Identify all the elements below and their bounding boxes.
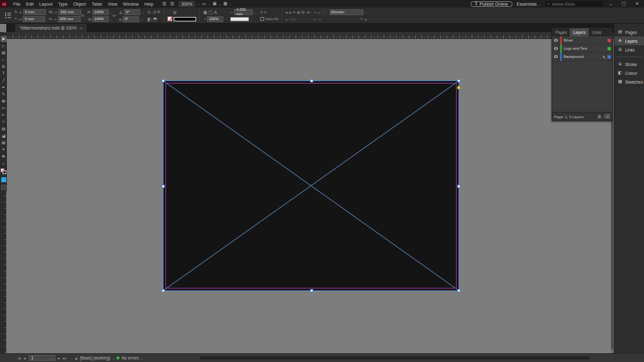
fill-swatch-none[interactable] — [167, 16, 172, 21]
fit-frame-icon[interactable]: ▣ — [203, 9, 208, 15]
zoom-dropdown-icon[interactable]: ⌄ — [197, 2, 200, 6]
stroke-style-icon[interactable]: ≡ — [260, 9, 263, 15]
selection-handle-middle-left[interactable] — [162, 185, 165, 188]
flip-horizontal-icon[interactable]: ◧ — [148, 16, 152, 22]
x-stepper[interactable]: ▴▾ — [19, 11, 22, 13]
gradient-dropdown-icon[interactable]: ⌄ — [250, 17, 253, 21]
document-tab[interactable]: *Silbermonstranz.indd @ 200% ✕ — [15, 24, 87, 32]
menu-item[interactable]: Type — [58, 2, 67, 6]
stock-search-box[interactable]: ⌕ — [545, 1, 603, 7]
selection-handle-bottom-right[interactable] — [457, 289, 460, 292]
menu-item[interactable]: Edit — [26, 2, 33, 6]
align-top-icon[interactable]: ≣ — [297, 9, 301, 15]
panel-tab[interactable]: Pages — [552, 28, 570, 36]
layer-selection-square[interactable] — [608, 47, 611, 50]
window-restore-button[interactable]: ▢ — [619, 1, 629, 6]
selection-handle-bottom-center[interactable] — [310, 289, 313, 292]
layer-row[interactable]: Background ✎ — [552, 53, 612, 61]
direct-selection-tool[interactable]: ▷ — [1, 43, 7, 49]
line-tool[interactable]: ╱ — [1, 77, 7, 84]
distribute-h-space-icon[interactable]: ⫤ — [314, 9, 317, 15]
document-grid-icon[interactable]: ▥ — [170, 1, 175, 6]
layer-selection-square[interactable] — [608, 39, 611, 42]
screen-mode-dropdown-icon[interactable]: ⌄ — [219, 2, 221, 6]
wrap-none-icon[interactable]: ⫦ — [314, 16, 316, 22]
view-options-dropdown-icon[interactable]: ⌄ — [208, 2, 211, 6]
selection-handle-top-right[interactable] — [457, 79, 460, 82]
gradient-swatch[interactable] — [230, 17, 249, 21]
visibility-toggle[interactable] — [552, 36, 558, 45]
align-center-icon[interactable]: ⫸ — [289, 9, 292, 15]
object-style-dropdown-icon[interactable]: ⌄ — [365, 10, 367, 14]
rectangle-tool[interactable]: ▭ — [1, 105, 7, 111]
fit-content-icon[interactable]: ▢ — [209, 9, 213, 15]
page-tool[interactable]: ▤ — [1, 50, 7, 56]
next-page-button[interactable]: ▸ — [58, 356, 60, 360]
type-tool[interactable]: T — [1, 70, 7, 77]
rotation-field[interactable]: 0° — [124, 9, 140, 15]
zoom-tool[interactable]: ⌕ — [1, 160, 7, 167]
layer-selection-square[interactable] — [608, 55, 611, 58]
menu-item[interactable]: Object — [74, 2, 86, 6]
menu-item[interactable]: File — [13, 2, 20, 6]
scale-y-field[interactable]: 100% — [92, 16, 109, 22]
stroke-type-icon[interactable]: ≡ — [264, 9, 267, 15]
menu-item[interactable]: Table — [92, 2, 103, 6]
style-edit-icon[interactable]: ✎ — [360, 16, 364, 22]
window-minimize-button[interactable]: – — [608, 2, 615, 6]
delete-layer-icon[interactable]: ⌫ — [604, 114, 610, 119]
selection-handle-top-center[interactable] — [310, 79, 313, 82]
gap-tool[interactable]: ↔ — [1, 57, 7, 63]
y-position-field[interactable]: 0 mm — [23, 16, 45, 22]
first-page-button[interactable]: |◂ — [18, 356, 21, 360]
screen-mode-button[interactable] — [1, 185, 6, 190]
y-stepper[interactable]: ▴▾ — [19, 18, 21, 20]
dock-panel-button[interactable]: ◧ Colour — [614, 69, 644, 77]
eyedropper-tool[interactable]: ✦ — [1, 146, 7, 153]
free-transform-tool[interactable]: ⊹ — [1, 119, 7, 125]
preflight-profile[interactable]: [Basic] (working) — [80, 356, 110, 360]
workspace-switcher[interactable]: Essentials ⌄ — [517, 2, 541, 6]
arrange-documents-icon[interactable]: ▦ — [223, 1, 228, 6]
dock-panel-button[interactable]: ≣ Stroke — [614, 60, 644, 69]
distribute-center-icon[interactable]: ⫤ — [289, 16, 292, 22]
fill-swatch[interactable] — [1, 168, 4, 172]
selection-handle-top-left[interactable] — [162, 79, 165, 82]
gradient-feather-tool[interactable]: ◪ — [1, 133, 7, 139]
wrap-bounding-icon[interactable]: ⫤ — [318, 16, 321, 22]
corner-dropdown-icon[interactable]: ⌄ — [254, 10, 257, 14]
scissors-tool[interactable]: ✂ — [1, 112, 7, 118]
h-stepper[interactable]: ▴▾ — [54, 18, 57, 20]
preflight-dropdown-icon[interactable]: ⌄ — [112, 356, 114, 360]
flip-vertical-icon[interactable]: ⬒ — [153, 16, 157, 22]
scale-x-field[interactable]: 100% — [92, 9, 109, 15]
select-container-icon[interactable]: ⬚ — [167, 9, 172, 15]
horizontal-scrollbar[interactable] — [200, 356, 590, 359]
layer-row[interactable]: Logo and Text ✎ — [552, 45, 612, 53]
selected-image-frame[interactable] — [163, 80, 459, 291]
autofit-checkbox[interactable] — [260, 17, 264, 21]
fit-auto-icon[interactable]: A — [214, 9, 217, 15]
dock-panel-button[interactable]: ▦ Swatches — [614, 77, 644, 86]
publish-online-button[interactable]: ↥ Publish Online — [470, 1, 513, 7]
zoom-level-select[interactable]: 200% — [179, 1, 195, 7]
stroke-preview-swatch[interactable] — [174, 17, 196, 21]
hand-tool[interactable]: ✥ — [1, 153, 7, 160]
select-content-icon[interactable]: ▣ — [173, 9, 177, 15]
object-style-field[interactable]: [None]+ — [330, 9, 364, 15]
width-field[interactable]: 332 mm — [58, 9, 81, 15]
document-preset-icon[interactable]: ▥ — [162, 1, 167, 6]
arrange-dropdown-icon[interactable]: ⌄ — [230, 2, 232, 6]
rotate-ccw-icon[interactable]: ↺ — [152, 9, 156, 15]
rectangle-frame-tool[interactable]: ⊠ — [1, 98, 7, 104]
visibility-toggle[interactable] — [552, 53, 558, 61]
page-number-select[interactable]: 1 ⌄ — [29, 355, 55, 361]
panel-tab[interactable]: Layers — [570, 28, 589, 36]
window-close-button[interactable]: ✕ — [633, 1, 641, 6]
distribute-left-icon[interactable]: ⫢ — [286, 16, 288, 22]
visibility-toggle[interactable] — [552, 45, 558, 53]
apply-color-button[interactable] — [1, 177, 6, 182]
align-left-icon[interactable]: ⫷ — [286, 9, 288, 15]
align-to-icon[interactable]: ▢ — [322, 9, 326, 15]
horizontal-ruler[interactable] — [6, 32, 614, 39]
